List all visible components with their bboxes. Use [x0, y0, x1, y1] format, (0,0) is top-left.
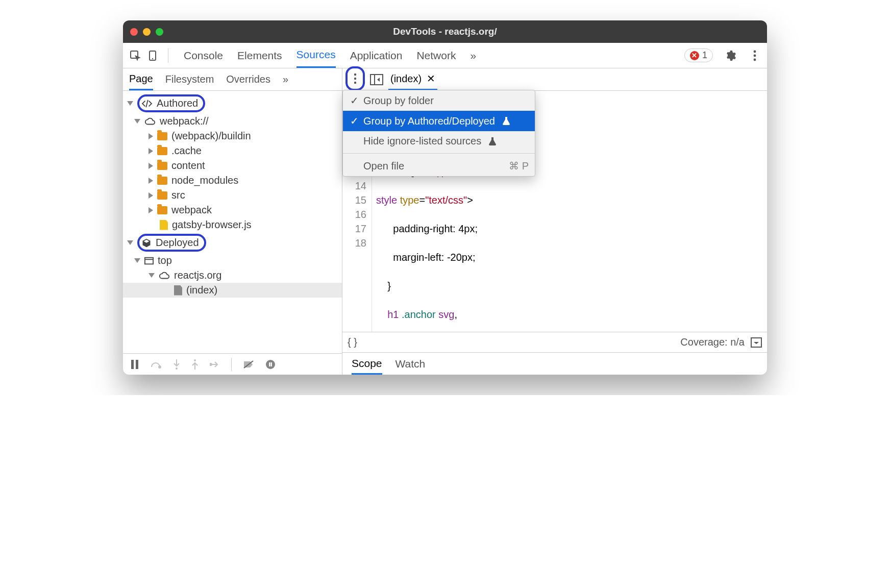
step-into-button[interactable] [173, 359, 180, 370]
pretty-print-button[interactable]: { } [348, 336, 357, 348]
device-toggle-icon[interactable] [145, 48, 160, 63]
svg-point-4 [754, 54, 756, 57]
tree-top[interactable]: top [123, 253, 342, 268]
deactivate-breakpoints-button[interactable] [243, 360, 254, 369]
tree-deployed-section[interactable]: Deployed [123, 232, 342, 253]
folder-icon [157, 132, 167, 140]
cloud-icon [144, 117, 156, 126]
svg-point-5 [754, 58, 756, 61]
menu-open-file[interactable]: Open file⌘ P [343, 156, 535, 176]
inspect-element-icon[interactable] [128, 48, 142, 63]
main-menu-kebab-icon[interactable] [748, 48, 762, 63]
svg-point-12 [194, 359, 196, 361]
settings-gear-icon[interactable] [723, 48, 737, 63]
document-file-icon [174, 285, 182, 296]
tab-sources[interactable]: Sources [296, 43, 336, 68]
collapse-arrow-icon [149, 163, 153, 169]
error-count: 1 [702, 50, 707, 61]
tab-scope[interactable]: Scope [352, 357, 382, 375]
box-icon [141, 238, 152, 248]
panel-body: Page Filesystem Overrides » Authored web… [123, 68, 767, 375]
navigator-sidebar: Page Filesystem Overrides » Authored web… [123, 68, 342, 375]
svg-rect-16 [271, 362, 273, 366]
editor-tab-index[interactable]: (index) ✕ [388, 68, 437, 90]
close-tab-icon[interactable]: ✕ [427, 72, 435, 85]
collapse-arrow-icon [149, 148, 153, 154]
menu-hide-ignore-listed[interactable]: Hide ignore-listed sources [343, 131, 535, 151]
step-over-button[interactable] [151, 360, 162, 369]
show-navigator-button[interactable] [370, 74, 383, 85]
folder-icon [157, 177, 167, 185]
svg-point-18 [354, 77, 356, 79]
tree-folder[interactable]: .cache [123, 143, 342, 158]
folder-icon [157, 191, 167, 200]
tree-authored-section[interactable]: Authored [123, 93, 342, 114]
tree-folder[interactable]: node_modules [123, 173, 342, 188]
menu-group-by-authored-deployed[interactable]: ✓Group by Authored/Deployed [343, 111, 535, 131]
navigator-tabs: Page Filesystem Overrides » [123, 68, 342, 91]
svg-rect-6 [145, 257, 153, 264]
tree-folder[interactable]: content [123, 158, 342, 173]
titlebar: DevTools - reactjs.org/ [123, 20, 767, 43]
tree-index-file[interactable]: (index) [123, 283, 342, 298]
nav-tab-filesystem[interactable]: Filesystem [165, 74, 214, 85]
step-button[interactable] [210, 361, 220, 368]
more-tabs-button[interactable]: » [470, 43, 476, 68]
menu-group-by-folder[interactable]: ✓Group by folder [343, 90, 535, 111]
panel-tabs: Console Elements Sources Application Net… [184, 43, 681, 68]
tree-label: .cache [171, 145, 202, 157]
nav-more-button[interactable]: » [283, 74, 288, 85]
tree-label: webpack:// [160, 115, 209, 127]
tab-application[interactable]: Application [350, 43, 403, 68]
nav-tab-page[interactable]: Page [129, 73, 153, 90]
experiment-flask-icon [502, 116, 510, 126]
frame-icon [144, 257, 154, 265]
tab-watch[interactable]: Watch [395, 358, 426, 370]
sources-tabbar: (index) ✕ ✓Group by folder ✓Group by Aut… [342, 68, 767, 91]
tree-label: webpack [171, 204, 212, 216]
cloud-icon [159, 271, 170, 280]
deployed-highlight: Deployed [137, 234, 206, 252]
tree-folder[interactable]: src [123, 188, 342, 203]
pause-on-exceptions-button[interactable] [265, 359, 276, 370]
svg-point-17 [354, 73, 356, 75]
menu-label: Group by folder [363, 95, 434, 107]
tree-webpack[interactable]: webpack:// [123, 114, 342, 129]
expand-arrow-icon [127, 101, 133, 106]
pause-button[interactable] [130, 360, 139, 369]
editor-status-bar: { } Coverage: n/a [342, 332, 767, 352]
folder-icon [157, 147, 167, 155]
show-console-button[interactable] [751, 337, 762, 348]
step-out-button[interactable] [191, 359, 199, 370]
tab-network[interactable]: Network [416, 43, 456, 68]
tree-label: (index) [186, 284, 217, 296]
editor-pane: (index) ✕ ✓Group by folder ✓Group by Aut… [342, 68, 767, 375]
tree-label: node_modules [171, 175, 238, 186]
folder-icon [157, 162, 167, 170]
tree-label: top [158, 255, 172, 266]
nav-tab-overrides[interactable]: Overrides [226, 74, 270, 85]
svg-point-13 [210, 363, 212, 365]
tree-file[interactable]: gatsby-browser.js [123, 217, 342, 232]
tree-folder[interactable]: (webpack)/buildin [123, 129, 342, 143]
code-icon [141, 99, 153, 108]
experiment-flask-icon [488, 137, 497, 146]
editor-tab-label: (index) [390, 73, 422, 85]
sources-options-menu-button[interactable] [345, 66, 365, 91]
expand-arrow-icon [134, 119, 140, 124]
tree-label: (webpack)/buildin [171, 130, 251, 142]
collapse-arrow-icon [149, 207, 153, 213]
tab-elements[interactable]: Elements [237, 43, 282, 68]
error-icon: ✕ [690, 51, 699, 60]
tab-console[interactable]: Console [184, 43, 223, 68]
error-count-badge[interactable]: ✕ 1 [684, 48, 713, 62]
svg-rect-8 [131, 360, 134, 369]
tree-domain[interactable]: reactjs.org [123, 268, 342, 283]
separator [231, 358, 232, 371]
collapse-arrow-icon [149, 133, 153, 139]
svg-point-11 [176, 368, 178, 370]
tree-label: src [171, 189, 185, 201]
expand-arrow-icon [134, 258, 140, 263]
collapse-arrow-icon [149, 178, 153, 184]
tree-folder[interactable]: webpack [123, 203, 342, 217]
